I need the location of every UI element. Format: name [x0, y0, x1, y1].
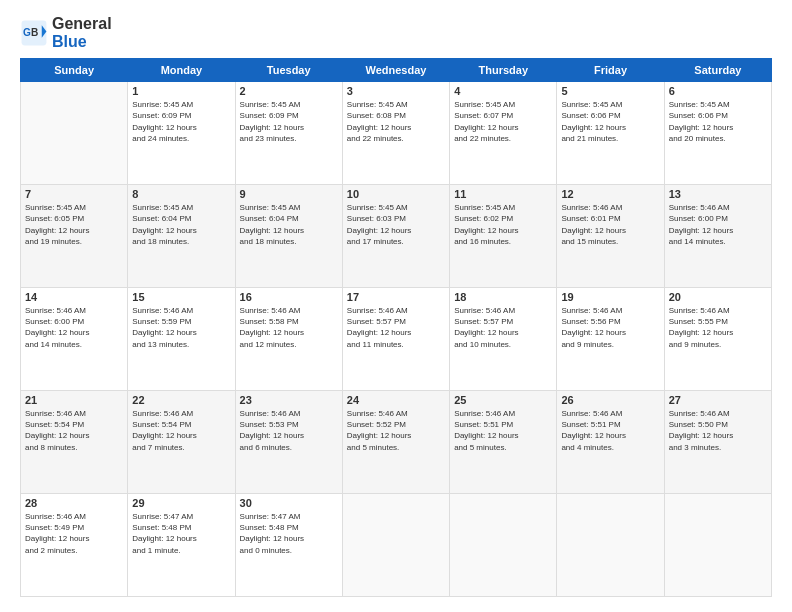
- day-header-sunday: Sunday: [21, 59, 128, 82]
- day-header-saturday: Saturday: [664, 59, 771, 82]
- day-cell: 22Sunrise: 5:46 AM Sunset: 5:54 PM Dayli…: [128, 391, 235, 494]
- day-number: 2: [240, 85, 338, 97]
- day-info: Sunrise: 5:45 AM Sunset: 6:04 PM Dayligh…: [240, 202, 338, 247]
- day-cell: [342, 494, 449, 597]
- day-header-thursday: Thursday: [450, 59, 557, 82]
- day-cell: 23Sunrise: 5:46 AM Sunset: 5:53 PM Dayli…: [235, 391, 342, 494]
- day-cell: 29Sunrise: 5:47 AM Sunset: 5:48 PM Dayli…: [128, 494, 235, 597]
- day-cell: [664, 494, 771, 597]
- day-number: 11: [454, 188, 552, 200]
- day-info: Sunrise: 5:45 AM Sunset: 6:05 PM Dayligh…: [25, 202, 123, 247]
- day-number: 22: [132, 394, 230, 406]
- day-cell: 5Sunrise: 5:45 AM Sunset: 6:06 PM Daylig…: [557, 82, 664, 185]
- day-info: Sunrise: 5:47 AM Sunset: 5:48 PM Dayligh…: [132, 511, 230, 556]
- calendar-week-row: 21Sunrise: 5:46 AM Sunset: 5:54 PM Dayli…: [21, 391, 772, 494]
- day-info: Sunrise: 5:45 AM Sunset: 6:09 PM Dayligh…: [240, 99, 338, 144]
- day-cell: 3Sunrise: 5:45 AM Sunset: 6:08 PM Daylig…: [342, 82, 449, 185]
- logo-general: General: [52, 15, 112, 33]
- day-cell: 10Sunrise: 5:45 AM Sunset: 6:03 PM Dayli…: [342, 185, 449, 288]
- day-cell: 11Sunrise: 5:45 AM Sunset: 6:02 PM Dayli…: [450, 185, 557, 288]
- day-info: Sunrise: 5:46 AM Sunset: 5:49 PM Dayligh…: [25, 511, 123, 556]
- day-number: 15: [132, 291, 230, 303]
- day-info: Sunrise: 5:46 AM Sunset: 5:57 PM Dayligh…: [347, 305, 445, 350]
- day-number: 24: [347, 394, 445, 406]
- calendar-week-row: 7Sunrise: 5:45 AM Sunset: 6:05 PM Daylig…: [21, 185, 772, 288]
- day-cell: 1Sunrise: 5:45 AM Sunset: 6:09 PM Daylig…: [128, 82, 235, 185]
- day-cell: 6Sunrise: 5:45 AM Sunset: 6:06 PM Daylig…: [664, 82, 771, 185]
- day-cell: [557, 494, 664, 597]
- calendar-week-row: 28Sunrise: 5:46 AM Sunset: 5:49 PM Dayli…: [21, 494, 772, 597]
- day-cell: 16Sunrise: 5:46 AM Sunset: 5:58 PM Dayli…: [235, 288, 342, 391]
- day-number: 20: [669, 291, 767, 303]
- logo-blue: Blue: [52, 33, 112, 51]
- day-number: 17: [347, 291, 445, 303]
- day-header-friday: Friday: [557, 59, 664, 82]
- calendar-week-row: 14Sunrise: 5:46 AM Sunset: 6:00 PM Dayli…: [21, 288, 772, 391]
- day-info: Sunrise: 5:45 AM Sunset: 6:07 PM Dayligh…: [454, 99, 552, 144]
- day-info: Sunrise: 5:46 AM Sunset: 6:00 PM Dayligh…: [25, 305, 123, 350]
- day-info: Sunrise: 5:45 AM Sunset: 6:06 PM Dayligh…: [561, 99, 659, 144]
- day-info: Sunrise: 5:45 AM Sunset: 6:08 PM Dayligh…: [347, 99, 445, 144]
- day-number: 21: [25, 394, 123, 406]
- day-info: Sunrise: 5:46 AM Sunset: 5:59 PM Dayligh…: [132, 305, 230, 350]
- day-number: 12: [561, 188, 659, 200]
- day-cell: 19Sunrise: 5:46 AM Sunset: 5:56 PM Dayli…: [557, 288, 664, 391]
- day-cell: 13Sunrise: 5:46 AM Sunset: 6:00 PM Dayli…: [664, 185, 771, 288]
- day-cell: 15Sunrise: 5:46 AM Sunset: 5:59 PM Dayli…: [128, 288, 235, 391]
- day-number: 26: [561, 394, 659, 406]
- day-number: 5: [561, 85, 659, 97]
- svg-text:G: G: [23, 27, 31, 38]
- day-header-tuesday: Tuesday: [235, 59, 342, 82]
- day-cell: 8Sunrise: 5:45 AM Sunset: 6:04 PM Daylig…: [128, 185, 235, 288]
- day-cell: 14Sunrise: 5:46 AM Sunset: 6:00 PM Dayli…: [21, 288, 128, 391]
- day-info: Sunrise: 5:45 AM Sunset: 6:09 PM Dayligh…: [132, 99, 230, 144]
- day-info: Sunrise: 5:45 AM Sunset: 6:06 PM Dayligh…: [669, 99, 767, 144]
- day-info: Sunrise: 5:46 AM Sunset: 5:54 PM Dayligh…: [132, 408, 230, 453]
- day-info: Sunrise: 5:46 AM Sunset: 5:51 PM Dayligh…: [454, 408, 552, 453]
- calendar-week-row: 1Sunrise: 5:45 AM Sunset: 6:09 PM Daylig…: [21, 82, 772, 185]
- day-info: Sunrise: 5:46 AM Sunset: 5:58 PM Dayligh…: [240, 305, 338, 350]
- day-info: Sunrise: 5:45 AM Sunset: 6:02 PM Dayligh…: [454, 202, 552, 247]
- day-info: Sunrise: 5:45 AM Sunset: 6:04 PM Dayligh…: [132, 202, 230, 247]
- day-number: 23: [240, 394, 338, 406]
- day-info: Sunrise: 5:46 AM Sunset: 5:54 PM Dayligh…: [25, 408, 123, 453]
- day-cell: 30Sunrise: 5:47 AM Sunset: 5:48 PM Dayli…: [235, 494, 342, 597]
- day-info: Sunrise: 5:46 AM Sunset: 5:52 PM Dayligh…: [347, 408, 445, 453]
- day-info: Sunrise: 5:46 AM Sunset: 5:57 PM Dayligh…: [454, 305, 552, 350]
- day-info: Sunrise: 5:46 AM Sunset: 6:01 PM Dayligh…: [561, 202, 659, 247]
- day-cell: 2Sunrise: 5:45 AM Sunset: 6:09 PM Daylig…: [235, 82, 342, 185]
- day-number: 1: [132, 85, 230, 97]
- day-number: 9: [240, 188, 338, 200]
- calendar-body: 1Sunrise: 5:45 AM Sunset: 6:09 PM Daylig…: [21, 82, 772, 597]
- day-number: 19: [561, 291, 659, 303]
- calendar-header-row: SundayMondayTuesdayWednesdayThursdayFrid…: [21, 59, 772, 82]
- day-number: 25: [454, 394, 552, 406]
- day-info: Sunrise: 5:45 AM Sunset: 6:03 PM Dayligh…: [347, 202, 445, 247]
- day-cell: 12Sunrise: 5:46 AM Sunset: 6:01 PM Dayli…: [557, 185, 664, 288]
- day-cell: 27Sunrise: 5:46 AM Sunset: 5:50 PM Dayli…: [664, 391, 771, 494]
- day-cell: [450, 494, 557, 597]
- day-cell: 24Sunrise: 5:46 AM Sunset: 5:52 PM Dayli…: [342, 391, 449, 494]
- day-number: 10: [347, 188, 445, 200]
- day-cell: 28Sunrise: 5:46 AM Sunset: 5:49 PM Dayli…: [21, 494, 128, 597]
- day-cell: 9Sunrise: 5:45 AM Sunset: 6:04 PM Daylig…: [235, 185, 342, 288]
- day-info: Sunrise: 5:47 AM Sunset: 5:48 PM Dayligh…: [240, 511, 338, 556]
- day-number: 13: [669, 188, 767, 200]
- day-info: Sunrise: 5:46 AM Sunset: 6:00 PM Dayligh…: [669, 202, 767, 247]
- day-number: 8: [132, 188, 230, 200]
- day-info: Sunrise: 5:46 AM Sunset: 5:50 PM Dayligh…: [669, 408, 767, 453]
- day-cell: 4Sunrise: 5:45 AM Sunset: 6:07 PM Daylig…: [450, 82, 557, 185]
- day-cell: 25Sunrise: 5:46 AM Sunset: 5:51 PM Dayli…: [450, 391, 557, 494]
- day-cell: 21Sunrise: 5:46 AM Sunset: 5:54 PM Dayli…: [21, 391, 128, 494]
- calendar-table: SundayMondayTuesdayWednesdayThursdayFrid…: [20, 58, 772, 597]
- day-cell: 7Sunrise: 5:45 AM Sunset: 6:05 PM Daylig…: [21, 185, 128, 288]
- day-cell: 18Sunrise: 5:46 AM Sunset: 5:57 PM Dayli…: [450, 288, 557, 391]
- day-number: 30: [240, 497, 338, 509]
- day-header-wednesday: Wednesday: [342, 59, 449, 82]
- day-info: Sunrise: 5:46 AM Sunset: 5:56 PM Dayligh…: [561, 305, 659, 350]
- day-number: 4: [454, 85, 552, 97]
- logo: G B General Blue: [20, 15, 112, 50]
- day-number: 18: [454, 291, 552, 303]
- day-cell: 17Sunrise: 5:46 AM Sunset: 5:57 PM Dayli…: [342, 288, 449, 391]
- day-cell: 20Sunrise: 5:46 AM Sunset: 5:55 PM Dayli…: [664, 288, 771, 391]
